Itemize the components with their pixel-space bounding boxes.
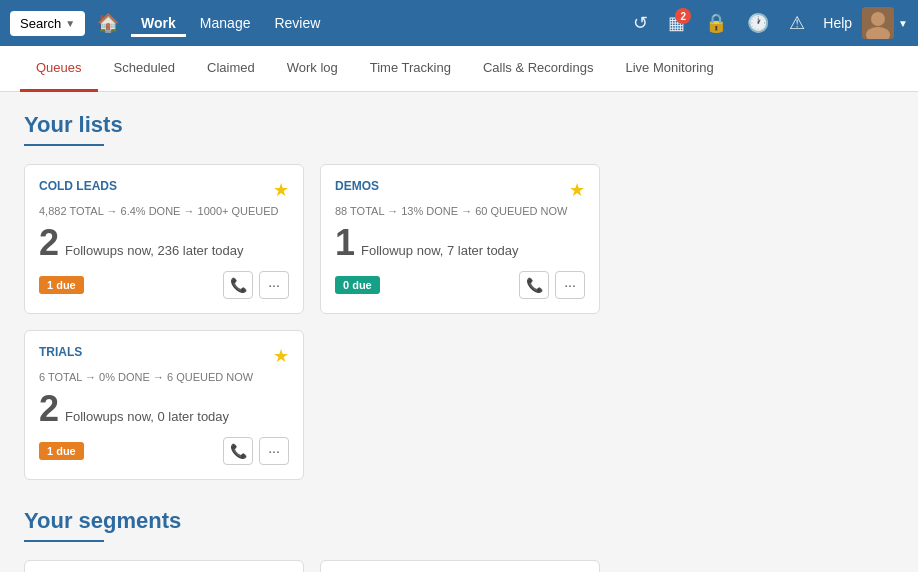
warning-icon[interactable]: ⚠: [781, 6, 813, 40]
card-header: COLD LEADS ★: [39, 179, 289, 201]
main-content: Your lists COLD LEADS ★ 4,882 TOTAL → 6.…: [0, 92, 918, 572]
more-button[interactable]: ···: [259, 271, 289, 299]
history-icon[interactable]: ↺: [625, 6, 656, 40]
card-header: TRIALS ★: [39, 345, 289, 367]
tab-calls[interactable]: Calls & Recordings: [467, 46, 610, 92]
card-followup-text: Followups now, 236 later today: [65, 243, 244, 258]
card-title: DEMOS: [335, 179, 379, 193]
star-icon[interactable]: ★: [273, 345, 289, 367]
lock-icon[interactable]: 🔒: [697, 6, 735, 40]
lists-cards-grid: COLD LEADS ★ 4,882 TOTAL → 6.4% DONE → 1…: [24, 164, 894, 480]
card-count: 2: [39, 225, 59, 261]
nav-review[interactable]: Review: [264, 9, 330, 37]
clock-icon[interactable]: 🕐: [739, 6, 777, 40]
star-icon[interactable]: ★: [569, 179, 585, 201]
tab-scheduled[interactable]: Scheduled: [98, 46, 191, 92]
nav-work[interactable]: Work: [131, 9, 186, 37]
card-footer: 0 due 📞 ···: [335, 271, 585, 299]
search-caret-icon: ▼: [65, 18, 75, 29]
tab-livemonitoring[interactable]: Live Monitoring: [609, 46, 729, 92]
due-badge: 1 due: [39, 276, 84, 294]
phone-button[interactable]: 📞: [519, 271, 549, 299]
card-count-row: 2 Followups now, 0 later today: [39, 391, 289, 427]
queue-card-cold-leads: COLD LEADS ★ 4,882 TOTAL → 6.4% DONE → 1…: [24, 164, 304, 314]
queue-card-demos: DEMOS ★ 88 TOTAL → 13% DONE → 60 QUEUED …: [320, 164, 600, 314]
tab-queues[interactable]: Queues: [20, 46, 98, 92]
lists-title: Your lists: [24, 112, 894, 138]
card-stats: 88 TOTAL → 13% DONE → 60 QUEUED NOW: [335, 205, 585, 217]
search-label: Search: [20, 16, 61, 31]
nav-manage[interactable]: Manage: [190, 9, 261, 37]
card-count: 2: [39, 391, 59, 427]
star-icon[interactable]: ★: [273, 179, 289, 201]
queue-card-cold-leads-age: COLD LEADS (AGE OVER 50) ☆ 40 TOTAL → 35…: [24, 560, 304, 572]
sub-nav: Queues Scheduled Claimed Work log Time T…: [0, 46, 918, 92]
card-count-row: 2 Followups now, 236 later today: [39, 225, 289, 261]
queue-card-trials: TRIALS ★ 6 TOTAL → 0% DONE → 6 QUEUED NO…: [24, 330, 304, 480]
search-button[interactable]: Search ▼: [10, 11, 85, 36]
lists-section: Your lists COLD LEADS ★ 4,882 TOTAL → 6.…: [24, 112, 894, 480]
avatar-button[interactable]: ▼: [862, 7, 908, 39]
card-stats: 4,882 TOTAL → 6.4% DONE → 1000+ QUEUED: [39, 205, 289, 217]
avatar: [862, 7, 894, 39]
card-footer: 1 due 📞 ···: [39, 437, 289, 465]
card-stats: 6 TOTAL → 0% DONE → 6 QUEUED NOW: [39, 371, 289, 383]
card-followup-text: Followups now, 0 later today: [65, 409, 229, 424]
top-nav: Search ▼ 🏠 Work Manage Review ↺ ▦ 2 🔒 🕐 …: [0, 0, 918, 46]
calendar-badge-wrap[interactable]: ▦ 2: [660, 6, 693, 40]
tab-worklog[interactable]: Work log: [271, 46, 354, 92]
queue-card-cold-leads-sales: COLD LEADS (SALES DIRECTORS) ☆ 92 TOTAL …: [320, 560, 600, 572]
home-icon[interactable]: 🏠: [89, 6, 127, 40]
more-button[interactable]: ···: [259, 437, 289, 465]
tab-claimed[interactable]: Claimed: [191, 46, 271, 92]
card-actions: 📞 ···: [223, 437, 289, 465]
card-title: TRIALS: [39, 345, 82, 359]
card-title: COLD LEADS: [39, 179, 117, 193]
card-followup-text: Followup now, 7 later today: [361, 243, 519, 258]
segments-divider: [24, 540, 104, 542]
help-link[interactable]: Help: [817, 15, 858, 31]
card-actions: 📞 ···: [519, 271, 585, 299]
card-count: 1: [335, 225, 355, 261]
phone-button[interactable]: 📞: [223, 271, 253, 299]
avatar-caret-icon: ▼: [898, 18, 908, 29]
segments-cards-grid: COLD LEADS (AGE OVER 50) ☆ 40 TOTAL → 35…: [24, 560, 894, 572]
more-button[interactable]: ···: [555, 271, 585, 299]
lists-divider: [24, 144, 104, 146]
card-count-row: 1 Followup now, 7 later today: [335, 225, 585, 261]
card-footer: 1 due 📞 ···: [39, 271, 289, 299]
segments-section: Your segments COLD LEADS (AGE OVER 50) ☆…: [24, 508, 894, 572]
phone-button[interactable]: 📞: [223, 437, 253, 465]
tab-timetracking[interactable]: Time Tracking: [354, 46, 467, 92]
card-actions: 📞 ···: [223, 271, 289, 299]
due-badge: 1 due: [39, 442, 84, 460]
svg-point-1: [871, 12, 885, 26]
segments-title: Your segments: [24, 508, 894, 534]
card-header: DEMOS ★: [335, 179, 585, 201]
due-badge: 0 due: [335, 276, 380, 294]
